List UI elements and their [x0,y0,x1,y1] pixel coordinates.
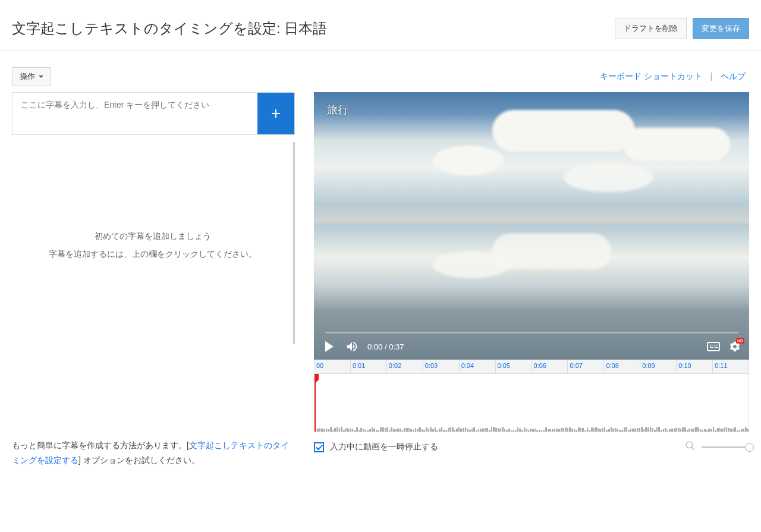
caret-down-icon [39,75,43,78]
pause-while-typing-checkbox[interactable]: 入力中に動画を一時停止する [314,442,438,452]
page-title: 文字起こしテキストのタイミングを設定: 日本語 [12,19,327,38]
save-changes-button[interactable]: 変更を保存 [693,18,749,39]
video-thumbnail [314,92,749,360]
subtitle-list: 初めての字幕を追加しましょう 字幕を追加するには、上の欄をクリックしてください。 [12,142,295,344]
subtitle-input[interactable] [12,93,257,134]
captions-button[interactable] [706,339,721,354]
pause-label: 入力中に動画を一時停止する [330,442,438,452]
ruler-tick: 0:07 [567,360,603,373]
video-overlay-title: 旅行 [327,103,348,117]
zoom-slider[interactable] [702,446,749,448]
ruler-tick: 0:10 [676,360,712,373]
ruler-tick: 0:06 [532,360,568,373]
waveform [315,423,749,432]
keyboard-shortcuts-link[interactable]: キーボード ショートカット [600,71,702,81]
speaker-icon [345,340,359,353]
play-button[interactable] [322,339,337,354]
ruler-tick: 0:08 [603,360,640,373]
video-time-display: 0:00 / 0:37 [367,342,404,351]
video-player[interactable]: 旅行 0:00 / 0:37 [314,92,749,360]
ruler-tick: 0:05 [495,360,532,373]
settings-button[interactable]: HD [729,341,741,352]
cc-icon [707,342,720,351]
empty-state-title: 初めての字幕を追加しましょう [12,231,293,242]
svg-point-0 [686,442,693,448]
ruler-tick: 0:09 [640,360,676,373]
zoom-icon[interactable] [685,440,696,454]
zoom-handle[interactable] [745,443,754,452]
timeline-ruler: 00 0:01 0:02 0:03 0:04 0:05 0:06 0:07 0:… [315,360,749,374]
actions-dropdown[interactable]: 操作 [12,67,51,86]
tip-text: もっと簡単に字幕を作成する方法があります。[文字起こしテキストのタイミングを設定… [12,438,295,468]
add-subtitle-button[interactable]: + [257,93,294,134]
hd-badge: HD [736,338,744,344]
magnifier-icon [685,440,696,451]
timeline-track[interactable] [315,374,749,432]
ruler-tick: 0:03 [423,360,459,373]
timeline[interactable]: 00 0:01 0:02 0:03 0:04 0:05 0:06 0:07 0:… [314,360,749,432]
svg-line-1 [691,447,694,450]
ruler-tick: 0:04 [459,360,495,373]
volume-button[interactable] [345,339,359,354]
divider: | [710,71,712,81]
plus-icon: + [271,104,281,123]
ruler-tick: 00 [315,360,350,373]
ruler-tick: 0:02 [386,360,423,373]
play-icon [325,341,334,352]
playhead[interactable] [315,374,316,432]
empty-state-subtitle: 字幕を追加するには、上の欄をクリックしてください。 [12,249,293,260]
checkbox-icon [314,442,324,452]
actions-label: 操作 [20,71,35,82]
ruler-tick: 0:11 [712,360,749,373]
delete-draft-button[interactable]: ドラフトを削除 [615,18,687,39]
ruler-tick: 0:01 [350,360,386,373]
help-link[interactable]: ヘルプ [721,71,746,81]
